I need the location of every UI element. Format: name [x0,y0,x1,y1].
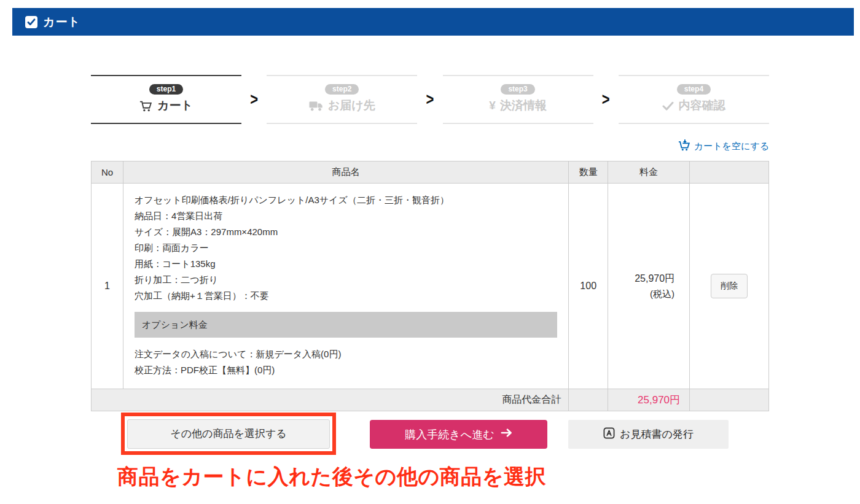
checkout-steps: step1 カート > step2 [91,75,769,124]
total-label: 商品代金合計 [92,389,569,411]
quote-label: お見積書の発行 [620,427,694,441]
pdf-file-icon [603,427,615,442]
col-header-price: 料金 [608,161,690,184]
step4-label: 内容確認 [678,98,725,114]
page-title: カート [43,14,80,30]
step2-label: お届け先 [328,98,375,114]
col-header-action [690,161,769,184]
yen-icon: ¥ [489,99,496,112]
step-cart: step1 カート [91,75,241,124]
item-detail: 折り加工：二つ折り [135,272,557,288]
total-empty-action-cell [690,389,769,411]
check-icon [662,101,674,110]
item-detail: サイズ：展開A3：297mm×420mm [135,224,557,240]
item-price-cell: 25,970円 (税込) [608,184,690,389]
step-confirm: step4 内容確認 [619,75,769,124]
item-detail: 印刷：両面カラー [135,240,557,256]
proceed-to-checkout-button[interactable]: 購入手続きへ進む [370,420,547,449]
step-delivery: step2 お届け先 [267,75,417,124]
proceed-label: 購入手続きへ進む [405,427,494,442]
cart-table: No 商品名 数量 料金 1 オフセット印刷価格表/折りパンフレット/A3サイズ… [91,161,769,411]
item-quantity: 100 [569,184,608,389]
item-detail: 注文データの入稿について：新規データ入稿(0円) [135,346,557,362]
chevron-right-icon: > [593,69,619,130]
step4-badge: step4 [677,84,711,95]
item-detail: 穴加工（納期+１営業日）：不要 [135,288,557,304]
step3-label: 決済情報 [500,98,547,114]
step-payment: step3 ¥ 決済情報 [443,75,593,124]
item-no: 1 [92,184,123,389]
table-total-row: 商品代金合計 25,970円 [92,389,769,411]
col-header-qty: 数量 [569,161,608,184]
empty-cart-icon [678,139,690,153]
chevron-right-icon: > [417,69,442,130]
step3-label-row: ¥ 決済情報 [443,98,593,114]
step2-badge: step2 [325,84,359,95]
cart-toolbar: カートを空にする [91,139,769,153]
tax-included-note: (税込) [608,286,674,301]
option-fee-section-header: オプション料金 [135,312,557,338]
page-header: カート [12,8,854,36]
delete-button[interactable]: 削除 [711,274,748,298]
item-price: 25,970円 [608,271,674,286]
item-detail: 校正方法：PDF校正【無料】(0円) [135,362,557,378]
step2-label-row: お届け先 [267,98,417,114]
arrow-right-icon [501,428,512,441]
col-header-no: No [92,161,123,184]
issue-quote-button[interactable]: お見積書の発行 [568,420,729,449]
cart-item-row: 1 オフセット印刷価格表/折りパンフレット/A3サイズ（二折・三折・観音折） 納… [92,184,769,389]
cart-icon [139,99,153,112]
empty-cart-link[interactable]: カートを空にする [678,139,769,153]
checkbox-check-icon [25,16,37,28]
total-empty-qty-cell [569,389,608,411]
item-title: オフセット印刷価格表/折りパンフレット/A3サイズ（二折・三折・観音折） [135,192,557,208]
step1-badge: step1 [149,84,183,95]
item-detail: 用紙：コート135kg [135,256,557,272]
step3-badge: step3 [501,84,534,95]
step4-label-row: 内容確認 [619,98,769,114]
item-action-cell: 削除 [690,184,769,389]
step1-label: カート [157,98,193,114]
empty-cart-label: カートを空にする [694,141,769,152]
truck-icon [309,100,324,112]
annotation-highlight-box: その他の商品を選択する [121,413,336,455]
item-description-cell: オフセット印刷価格表/折りパンフレット/A3サイズ（二折・三折・観音折） 納品日… [123,184,568,389]
step1-label-row: カート [91,98,241,114]
col-header-name: 商品名 [123,161,568,184]
item-detail: 納品日：4営業日出荷 [135,208,557,224]
table-header-row: No 商品名 数量 料金 [92,161,769,184]
select-other-products-button[interactable]: その他の商品を選択する [127,419,330,449]
annotation-text: 商品をカートに入れた後その他の商品を選択 [117,463,546,491]
chevron-right-icon: > [241,69,267,130]
total-value: 25,970円 [608,389,690,411]
